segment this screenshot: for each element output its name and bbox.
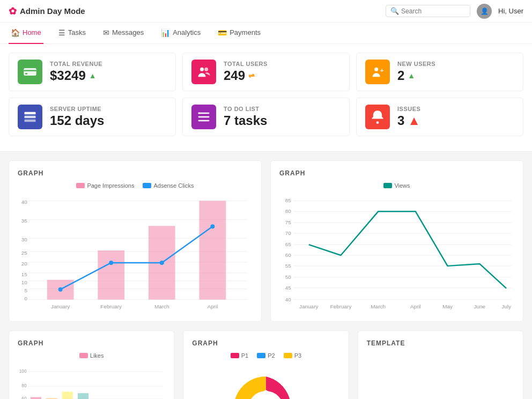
revenue-value: $3249 ▲ bbox=[50, 68, 167, 83]
new-users-info: NEW USERS 2 ▲ bbox=[397, 61, 514, 83]
svg-text:January: January bbox=[299, 304, 318, 309]
navbar: 🏠 Home ☰ Tasks ✉ Messages 📊 Analytics 💳 … bbox=[0, 23, 532, 44]
search-icon: 🔍 bbox=[390, 7, 399, 15]
chart-3-legend: Likes bbox=[18, 352, 165, 359]
legend-item-likes: Likes bbox=[79, 352, 104, 359]
svg-text:80: 80 bbox=[21, 383, 27, 388]
charts-row-1: GRAPH Page Impressions Adsense Clicks 40… bbox=[9, 160, 523, 322]
stat-card-issues: ISSUES 3 ▲ bbox=[356, 98, 523, 136]
svg-text:April: April bbox=[410, 304, 421, 309]
template-card: TEMPLATE bbox=[358, 330, 523, 399]
svg-text:May: May bbox=[442, 304, 453, 309]
svg-text:March: March bbox=[154, 304, 169, 309]
user-greeting: Hi, User bbox=[498, 7, 523, 15]
charts-row-2: GRAPH Likes 100 80 60 40 20 0 bbox=[9, 330, 523, 399]
svg-text:40: 40 bbox=[285, 297, 292, 302]
svg-text:55: 55 bbox=[285, 263, 292, 269]
legend-dot-views bbox=[383, 183, 392, 188]
svg-point-5 bbox=[374, 68, 378, 71]
nav-label-tasks: Tasks bbox=[68, 28, 86, 36]
svg-text:10: 10 bbox=[21, 279, 28, 285]
svg-text:60: 60 bbox=[285, 252, 292, 258]
svg-rect-87 bbox=[78, 393, 88, 399]
nav-label-analytics: Analytics bbox=[173, 28, 201, 36]
chart-2-title: GRAPH bbox=[279, 169, 514, 177]
nav-label-payments: Payments bbox=[230, 28, 261, 36]
chart-1-legend: Page Impressions Adsense Clicks bbox=[18, 182, 253, 189]
legend-item-p1: P1 bbox=[231, 352, 248, 359]
svg-rect-1 bbox=[24, 70, 36, 71]
analytics-icon: 📊 bbox=[161, 28, 170, 37]
stats-row-1: TOTAL REVENUE $3249 ▲ TOTAL USERS 249 ⇌ bbox=[9, 53, 523, 91]
legend-item-views: Views bbox=[383, 182, 410, 189]
nav-item-analytics[interactable]: 📊 Analytics bbox=[159, 23, 203, 44]
svg-point-14 bbox=[376, 121, 379, 124]
svg-rect-8 bbox=[25, 116, 36, 119]
chart-card-1: GRAPH Page Impressions Adsense Clicks 40… bbox=[9, 160, 262, 322]
todo-label: TO DO LIST bbox=[224, 106, 341, 112]
svg-text:March: March bbox=[371, 304, 386, 309]
stat-card-revenue: TOTAL REVENUE $3249 ▲ bbox=[9, 53, 176, 91]
revenue-icon bbox=[18, 60, 42, 84]
new-users-icon: + bbox=[365, 60, 390, 84]
issues-icon bbox=[365, 105, 390, 129]
nav-item-home[interactable]: 🏠 Home bbox=[9, 23, 43, 44]
revenue-trend-icon: ▲ bbox=[89, 71, 97, 80]
svg-rect-34 bbox=[98, 250, 124, 300]
svg-point-39 bbox=[160, 261, 164, 265]
issues-trend-icon: ▲ bbox=[408, 113, 420, 128]
users-trend-icon: ⇌ bbox=[248, 71, 255, 80]
search-input[interactable] bbox=[401, 8, 466, 15]
nav-label-messages: Messages bbox=[112, 28, 144, 36]
nav-item-messages[interactable]: ✉ Messages bbox=[101, 23, 146, 44]
issues-value: 3 ▲ bbox=[397, 113, 514, 128]
todo-icon bbox=[191, 105, 216, 129]
users-value: 249 ⇌ bbox=[224, 68, 341, 83]
legend-dot-p2 bbox=[257, 353, 265, 358]
svg-point-40 bbox=[210, 224, 215, 228]
svg-rect-9 bbox=[25, 120, 36, 122]
stats-row-2: SERVER UPTIME 152 days TO DO LIST 7 task… bbox=[9, 98, 523, 136]
svg-text:60: 60 bbox=[21, 396, 27, 399]
chart-card-2: GRAPH Views 85 80 75 70 65 60 55 50 45 bbox=[270, 160, 523, 322]
chart-card-3: GRAPH Likes 100 80 60 40 20 0 bbox=[9, 330, 174, 399]
chart-4-title: GRAPH bbox=[192, 339, 339, 347]
svg-text:15: 15 bbox=[21, 271, 28, 277]
new-users-label: NEW USERS bbox=[397, 61, 514, 67]
svg-rect-84 bbox=[31, 397, 41, 399]
svg-rect-36 bbox=[199, 201, 226, 299]
svg-text:June: June bbox=[474, 304, 486, 309]
svg-text:5: 5 bbox=[24, 287, 27, 293]
home-icon: 🏠 bbox=[11, 28, 20, 37]
svg-text:July: July bbox=[501, 304, 511, 309]
logo-icon: ✿ bbox=[9, 5, 17, 17]
uptime-label: SERVER UPTIME bbox=[50, 106, 167, 112]
topbar: ✿ Admin Day Mode 🔍 👤 Hi, User bbox=[0, 0, 532, 23]
legend-dot-clicks bbox=[143, 183, 151, 188]
chart-3-title: GRAPH bbox=[18, 339, 165, 347]
users-label: TOTAL USERS bbox=[224, 61, 341, 67]
uptime-info: SERVER UPTIME 152 days bbox=[50, 106, 167, 128]
search-box[interactable]: 🔍 bbox=[386, 5, 470, 17]
chart-1-svg: 40 35 30 25 20 15 10 5 0 bbox=[18, 193, 253, 311]
svg-text:35: 35 bbox=[21, 218, 28, 224]
legend-dot-p3 bbox=[284, 353, 292, 358]
stat-card-todo: TO DO LIST 7 tasks bbox=[182, 98, 350, 136]
app-title: Admin Day Mode bbox=[20, 6, 85, 16]
chart-4-legend: P1 P2 P3 bbox=[192, 352, 339, 359]
legend-dot-likes bbox=[79, 353, 88, 358]
svg-text:January: January bbox=[51, 304, 70, 309]
stat-card-uptime: SERVER UPTIME 152 days bbox=[9, 98, 176, 136]
svg-text:70: 70 bbox=[285, 230, 292, 236]
svg-text:100: 100 bbox=[19, 369, 27, 374]
nav-item-payments[interactable]: 💳 Payments bbox=[216, 23, 263, 44]
svg-text:February: February bbox=[100, 304, 122, 309]
nav-item-tasks[interactable]: ☰ Tasks bbox=[56, 23, 88, 44]
svg-rect-11 bbox=[198, 116, 210, 117]
chart-card-4: GRAPH P1 P2 P3 bbox=[183, 330, 349, 399]
stat-card-new-users: + NEW USERS 2 ▲ bbox=[356, 53, 523, 91]
legend-item-p2: P2 bbox=[257, 352, 275, 359]
app-logo: ✿ Admin Day Mode bbox=[9, 5, 85, 17]
new-users-value: 2 ▲ bbox=[397, 68, 514, 83]
tasks-icon: ☰ bbox=[58, 28, 65, 37]
